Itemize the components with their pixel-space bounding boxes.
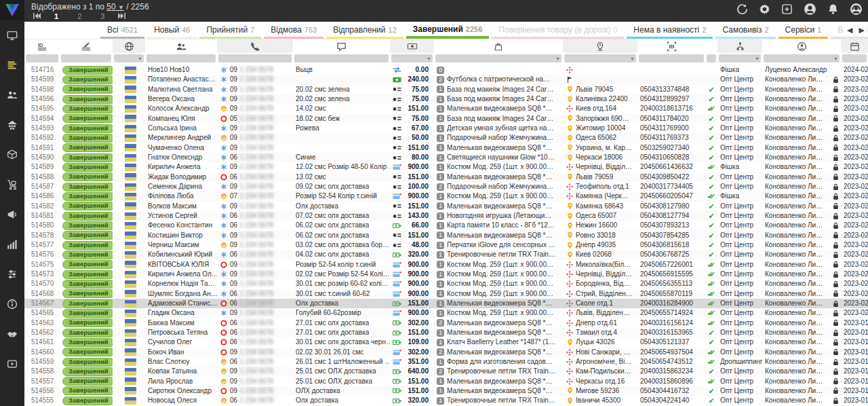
column-header-phone[interactable] (217, 39, 293, 53)
sidebar-item-info[interactable] (0, 289, 24, 319)
table-row[interactable]: 514578ЗавершенийКостишин Виктор091 234 5… (24, 231, 868, 240)
tab-всі[interactable]: Всі4521 (100, 23, 144, 39)
table-row[interactable]: 514595ЗавершенийКолосок Александр091 234… (24, 104, 868, 113)
sidebar-item-dashboard[interactable] (0, 20, 24, 50)
tab-завершений[interactable]: Завершений2256 (406, 22, 490, 39)
tab-сервіси[interactable]: Сервіси1 (778, 23, 829, 39)
filter-input-pay[interactable]: ▼ (391, 54, 433, 62)
table-row[interactable]: 514568ЗавершенийШумляс Богдана Ан…061 23… (24, 289, 868, 299)
refresh-icon[interactable] (736, 3, 748, 15)
filter-dropdown-icon[interactable]: ▼ (630, 56, 636, 61)
filter-input-date[interactable] (842, 54, 867, 62)
table-row[interactable]: 514594ЗавершенийКомпанец Юля051 234 5678… (24, 114, 868, 124)
table-row[interactable]: 514591ЗавершенийЧумаченко Олена091 234 5… (24, 143, 868, 153)
filter-input-comment[interactable] (294, 54, 389, 62)
tab-прийнятий[interactable]: Прийнятий7 (199, 23, 261, 39)
filter-dropdown-icon[interactable]: ▼ (427, 56, 433, 61)
table-row[interactable]: 514565ЗавершенийГладик Оксана091 234 567… (24, 308, 868, 318)
tabs-scroll-arrows[interactable]: ◀ ▶ (844, 26, 867, 35)
table-row[interactable]: 514557ЗавершенийЛила Ярослав091 234 5678… (24, 377, 868, 386)
sidebar-item-statistics[interactable] (0, 229, 24, 259)
table-row[interactable]: 514559ЗавершенийВлас Слотюу061 234 56782… (24, 357, 868, 367)
page-size-select[interactable]: 50 ▼ (106, 2, 124, 12)
column-header-country[interactable] (113, 39, 145, 53)
table-row[interactable]: 514563ЗавершенийБаюка Максим061 234 5678… (24, 318, 868, 328)
table-row[interactable]: 514576ЗавершенийКобилинський Юрий061 234… (24, 250, 868, 259)
table-row[interactable]: 514562ЗавершенийПетровська Тетяна061 234… (24, 328, 868, 337)
profile-icon[interactable] (804, 3, 816, 16)
tab-нема-в-наявності[interactable]: Нема в наявності2 (627, 23, 713, 39)
page-button-2[interactable]: 2 (75, 12, 83, 20)
filter-input-manager[interactable]: ▼ (764, 54, 840, 62)
table-row[interactable]: 514588ЗавершенийЖидак Володимир061 234 5… (24, 172, 868, 182)
sidebar-item-purchases[interactable] (0, 170, 24, 200)
table-row[interactable]: 514598ЗавершенийМалютина Светлана091 234… (24, 85, 868, 94)
sidebar-item-orders-list[interactable] (0, 50, 24, 80)
filter-input-product[interactable]: ▼ (435, 54, 561, 62)
filter-input-ttn[interactable] (639, 54, 704, 62)
filter-input-check[interactable] (707, 54, 716, 62)
table-row[interactable]: 514590ЗавершенийГнатюк Олексндр061 234 5… (24, 153, 868, 162)
filter-dropdown-icon[interactable]: ▼ (555, 56, 561, 61)
filter-input-status[interactable] (61, 54, 111, 62)
add-order-icon[interactable] (781, 3, 793, 15)
table-row[interactable]: 514570ЗавершенийКорнелюк Надія Та…091 23… (24, 279, 868, 289)
filter-dropdown-icon[interactable]: ▼ (833, 56, 840, 61)
page-button-3[interactable]: 3 (98, 12, 106, 20)
table-row[interactable]: 514596ЗавершенийВегера Оксана091 234 567… (24, 94, 868, 104)
filter-dropdown-icon[interactable]: ▼ (755, 56, 761, 61)
sidebar-item-products[interactable] (0, 140, 24, 170)
table-row[interactable]: 514582ЗавершенийВолков Максим091 234 567… (24, 202, 868, 211)
column-header-status[interactable] (60, 39, 113, 53)
table-row[interactable]: 514577ЗавершенийЧерниш Максим091 234 567… (24, 240, 868, 250)
tab-самовивіз[interactable]: Самовивіз2 (715, 23, 775, 39)
table-row[interactable]: 514556ЗавершенийСиротюк Олександр091 234… (24, 386, 868, 396)
filter-input-phone[interactable] (218, 54, 292, 62)
table-row[interactable]: 514599ЗавершенийПотапенко Анастас…091 23… (24, 75, 868, 84)
table-row[interactable]: 514573ЗавершенийКирилич Анжела Ол…091 23… (24, 270, 868, 279)
first-page-button[interactable] (31, 12, 43, 20)
column-header-location[interactable] (563, 39, 637, 53)
column-header-name[interactable] (145, 39, 217, 53)
last-page-button[interactable] (116, 12, 127, 20)
table-row[interactable]: 514593ЗавершенийСольська Ірина091 234 56… (24, 124, 868, 133)
column-header-pay[interactable] (390, 39, 434, 53)
column-header-product[interactable] (434, 39, 563, 53)
table-row[interactable]: 514589ЗавершенийКирилич Анжела091 234 56… (24, 162, 868, 172)
column-header-check[interactable] (705, 39, 717, 53)
table-row[interactable]: 514592ЗавершенийМерклингер Андрей091 234… (24, 133, 868, 143)
table-row[interactable]: 514555ЗавершенийНовосад Олеся061 234 567… (24, 396, 868, 405)
table-row[interactable]: 514580ЗавершенийФесенко Константин061 23… (24, 221, 868, 230)
tab-новый[interactable]: Новый46 (147, 23, 197, 39)
sidebar-item-partners[interactable] (0, 319, 24, 349)
app-logo-icon[interactable] (0, 0, 24, 20)
filter-dropdown-icon[interactable]: ▼ (138, 56, 144, 61)
tab-відмова[interactable]: Відмова763 (264, 23, 323, 39)
filter-input-source[interactable]: ▼ (719, 54, 761, 62)
sidebar-item-customers[interactable] (0, 80, 24, 110)
tab-повернення-товару-в-дорозі-[interactable]: Повернення товару (в дорозі)0 (492, 23, 624, 39)
filter-input-country[interactable]: ▼ (114, 54, 144, 62)
column-header-manager[interactable] (762, 39, 841, 53)
sidebar-item-integrations[interactable] (0, 259, 24, 289)
column-header-ttn[interactable] (637, 39, 705, 53)
page-button-1[interactable]: 1 (52, 12, 60, 20)
table-row[interactable]: 514567ЗавершенийАдамовский Станис…061 23… (24, 299, 868, 308)
table-row[interactable]: 514716ЗавершенийНов10 Нов10091 234 5678В… (24, 65, 868, 75)
support-icon[interactable] (850, 3, 863, 16)
sidebar-item-warehouse[interactable] (0, 110, 24, 140)
sidebar-item-marketing[interactable] (0, 200, 24, 229)
table-row[interactable]: 514558ЗавершенийКовпак Татьяна091 234 56… (24, 367, 868, 376)
table-row[interactable]: 514587ЗавершенийСеменюк Дарина091 234 56… (24, 182, 868, 191)
tab-відправлений[interactable]: Відправлений12 (326, 23, 403, 39)
notifications-icon[interactable] (827, 3, 839, 15)
sidebar-item-video-tutorials[interactable] (0, 349, 24, 379)
table-row[interactable]: 514586ЗавершенийФіліпова Люба071 234 567… (24, 191, 868, 201)
table-row[interactable]: 514560ЗавершенийБокоч Иван091 234 567802… (24, 348, 868, 357)
column-header-comment[interactable] (293, 39, 390, 53)
column-header-source[interactable] (717, 39, 762, 53)
table-row[interactable]: 514575ЗавершенийКВІТОВСЬКА ЮЛІЯ091 234 5… (24, 260, 868, 270)
table-row[interactable]: 514561ЗавершенийСучилов Олег061 234 5678… (24, 337, 868, 347)
filter-input-name[interactable] (146, 54, 216, 62)
column-header-date[interactable] (841, 39, 868, 53)
